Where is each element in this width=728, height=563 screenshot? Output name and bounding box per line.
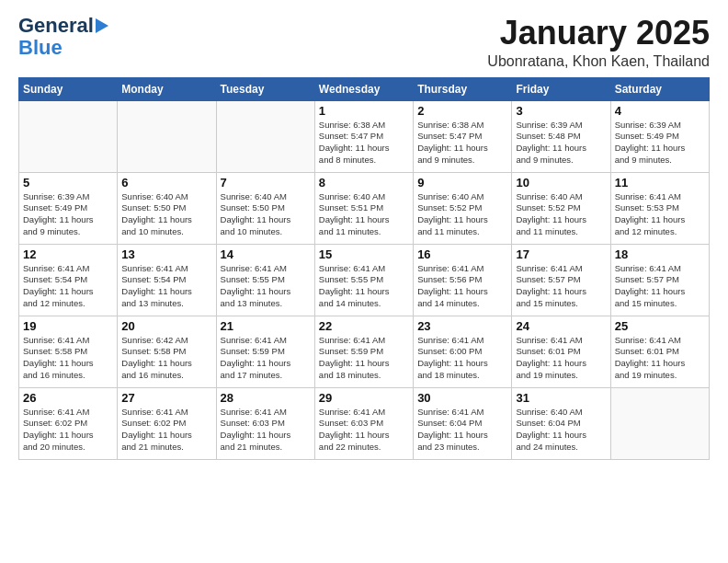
calendar-cell: 11Sunrise: 6:41 AM Sunset: 5:53 PM Dayli… (610, 172, 709, 244)
day-detail: Sunrise: 6:40 AM Sunset: 5:51 PM Dayligh… (319, 191, 409, 238)
day-number: 9 (417, 176, 507, 190)
day-detail: Sunrise: 6:40 AM Sunset: 5:50 PM Dayligh… (221, 191, 311, 238)
weekday-header: Saturday (610, 77, 709, 100)
calendar-week-row: 1Sunrise: 6:38 AM Sunset: 5:47 PM Daylig… (19, 100, 710, 172)
day-number: 6 (121, 176, 211, 190)
calendar-cell: 21Sunrise: 6:41 AM Sunset: 5:59 PM Dayli… (216, 316, 314, 387)
day-detail: Sunrise: 6:41 AM Sunset: 5:55 PM Dayligh… (319, 263, 409, 310)
logo-general: General (18, 15, 94, 37)
day-detail: Sunrise: 6:41 AM Sunset: 6:02 PM Dayligh… (121, 407, 211, 454)
calendar-cell (216, 100, 314, 172)
calendar-cell: 12Sunrise: 6:41 AM Sunset: 5:54 PM Dayli… (19, 244, 118, 316)
calendar-cell: 24Sunrise: 6:41 AM Sunset: 6:01 PM Dayli… (512, 316, 610, 387)
calendar-cell: 19Sunrise: 6:41 AM Sunset: 5:58 PM Dayli… (19, 316, 118, 387)
weekday-header: Sunday (19, 77, 118, 100)
logo: General Blue (18, 15, 108, 59)
calendar-cell: 4Sunrise: 6:39 AM Sunset: 5:49 PM Daylig… (610, 100, 709, 172)
day-number: 25 (615, 319, 705, 333)
calendar-week-row: 19Sunrise: 6:41 AM Sunset: 5:58 PM Dayli… (19, 316, 710, 387)
calendar-week-row: 26Sunrise: 6:41 AM Sunset: 6:02 PM Dayli… (19, 387, 710, 459)
day-detail: Sunrise: 6:40 AM Sunset: 5:52 PM Dayligh… (516, 191, 606, 238)
day-number: 18 (615, 247, 705, 261)
calendar-cell: 14Sunrise: 6:41 AM Sunset: 5:55 PM Dayli… (216, 244, 314, 316)
logo-blue: Blue (18, 37, 63, 59)
day-number: 4 (615, 104, 705, 118)
calendar-week-row: 12Sunrise: 6:41 AM Sunset: 5:54 PM Dayli… (19, 244, 710, 316)
calendar-cell: 25Sunrise: 6:41 AM Sunset: 6:01 PM Dayli… (610, 316, 709, 387)
calendar-cell: 23Sunrise: 6:41 AM Sunset: 6:00 PM Dayli… (414, 316, 512, 387)
calendar-cell (19, 100, 118, 172)
day-detail: Sunrise: 6:41 AM Sunset: 5:57 PM Dayligh… (516, 263, 606, 310)
calendar-cell: 15Sunrise: 6:41 AM Sunset: 5:55 PM Dayli… (314, 244, 413, 316)
day-number: 22 (319, 319, 409, 333)
calendar-cell: 5Sunrise: 6:39 AM Sunset: 5:49 PM Daylig… (19, 172, 118, 244)
calendar-cell (118, 100, 216, 172)
page: General Blue January 2025 Ubonratana, Kh… (0, 0, 728, 563)
calendar-cell: 7Sunrise: 6:40 AM Sunset: 5:50 PM Daylig… (216, 172, 314, 244)
day-number: 17 (516, 247, 606, 261)
day-number: 3 (516, 104, 606, 118)
day-number: 27 (121, 391, 211, 405)
day-detail: Sunrise: 6:39 AM Sunset: 5:49 PM Dayligh… (23, 191, 113, 238)
calendar-cell: 27Sunrise: 6:41 AM Sunset: 6:02 PM Dayli… (118, 387, 216, 459)
day-detail: Sunrise: 6:41 AM Sunset: 5:53 PM Dayligh… (615, 191, 705, 238)
calendar-cell: 26Sunrise: 6:41 AM Sunset: 6:02 PM Dayli… (19, 387, 118, 459)
day-detail: Sunrise: 6:41 AM Sunset: 5:57 PM Dayligh… (615, 263, 705, 310)
day-number: 19 (23, 319, 113, 333)
calendar-cell: 8Sunrise: 6:40 AM Sunset: 5:51 PM Daylig… (314, 172, 413, 244)
day-number: 5 (23, 176, 113, 190)
logo-arrow-icon (96, 18, 108, 33)
calendar-cell: 3Sunrise: 6:39 AM Sunset: 5:48 PM Daylig… (512, 100, 610, 172)
day-number: 1 (319, 104, 409, 118)
calendar-cell: 29Sunrise: 6:41 AM Sunset: 6:03 PM Dayli… (314, 387, 413, 459)
day-number: 16 (417, 247, 507, 261)
header: General Blue January 2025 Ubonratana, Kh… (18, 15, 710, 70)
day-detail: Sunrise: 6:41 AM Sunset: 5:55 PM Dayligh… (221, 263, 311, 310)
calendar-cell: 18Sunrise: 6:41 AM Sunset: 5:57 PM Dayli… (610, 244, 709, 316)
day-detail: Sunrise: 6:41 AM Sunset: 6:02 PM Dayligh… (23, 407, 113, 454)
calendar-cell: 28Sunrise: 6:41 AM Sunset: 6:03 PM Dayli… (216, 387, 314, 459)
day-number: 23 (417, 319, 507, 333)
calendar-cell: 16Sunrise: 6:41 AM Sunset: 5:56 PM Dayli… (414, 244, 512, 316)
day-number: 31 (516, 391, 606, 405)
day-number: 11 (615, 176, 705, 190)
calendar-cell: 17Sunrise: 6:41 AM Sunset: 5:57 PM Dayli… (512, 244, 610, 316)
day-number: 14 (221, 247, 311, 261)
day-detail: Sunrise: 6:40 AM Sunset: 5:50 PM Dayligh… (121, 191, 211, 238)
day-detail: Sunrise: 6:41 AM Sunset: 5:58 PM Dayligh… (23, 335, 113, 382)
calendar-cell: 13Sunrise: 6:41 AM Sunset: 5:54 PM Dayli… (118, 244, 216, 316)
day-detail: Sunrise: 6:40 AM Sunset: 6:04 PM Dayligh… (516, 407, 606, 454)
day-number: 2 (417, 104, 507, 118)
day-number: 7 (221, 176, 311, 190)
calendar-cell: 6Sunrise: 6:40 AM Sunset: 5:50 PM Daylig… (118, 172, 216, 244)
day-detail: Sunrise: 6:41 AM Sunset: 6:00 PM Dayligh… (417, 335, 507, 382)
day-detail: Sunrise: 6:41 AM Sunset: 5:56 PM Dayligh… (417, 263, 507, 310)
calendar-table: SundayMondayTuesdayWednesdayThursdayFrid… (18, 77, 710, 460)
day-detail: Sunrise: 6:39 AM Sunset: 5:49 PM Dayligh… (615, 120, 705, 167)
calendar-cell: 30Sunrise: 6:41 AM Sunset: 6:04 PM Dayli… (414, 387, 512, 459)
day-number: 28 (221, 391, 311, 405)
weekday-header: Monday (118, 77, 216, 100)
calendar-week-row: 5Sunrise: 6:39 AM Sunset: 5:49 PM Daylig… (19, 172, 710, 244)
day-detail: Sunrise: 6:38 AM Sunset: 5:47 PM Dayligh… (417, 120, 507, 167)
calendar-cell: 31Sunrise: 6:40 AM Sunset: 6:04 PM Dayli… (512, 387, 610, 459)
title-area: January 2025 Ubonratana, Khon Kaen, Thai… (487, 15, 710, 70)
day-number: 12 (23, 247, 113, 261)
day-number: 10 (516, 176, 606, 190)
day-detail: Sunrise: 6:41 AM Sunset: 6:01 PM Dayligh… (615, 335, 705, 382)
day-detail: Sunrise: 6:41 AM Sunset: 6:04 PM Dayligh… (417, 407, 507, 454)
day-detail: Sunrise: 6:41 AM Sunset: 6:03 PM Dayligh… (221, 407, 311, 454)
calendar-cell: 2Sunrise: 6:38 AM Sunset: 5:47 PM Daylig… (414, 100, 512, 172)
calendar-cell: 10Sunrise: 6:40 AM Sunset: 5:52 PM Dayli… (512, 172, 610, 244)
weekday-header: Thursday (414, 77, 512, 100)
day-number: 29 (319, 391, 409, 405)
calendar-cell: 22Sunrise: 6:41 AM Sunset: 5:59 PM Dayli… (314, 316, 413, 387)
weekday-header: Wednesday (314, 77, 413, 100)
location: Ubonratana, Khon Kaen, Thailand (487, 53, 710, 70)
day-detail: Sunrise: 6:38 AM Sunset: 5:47 PM Dayligh… (319, 120, 409, 167)
day-number: 15 (319, 247, 409, 261)
day-detail: Sunrise: 6:41 AM Sunset: 5:59 PM Dayligh… (319, 335, 409, 382)
day-detail: Sunrise: 6:41 AM Sunset: 6:01 PM Dayligh… (516, 335, 606, 382)
day-number: 24 (516, 319, 606, 333)
weekday-header: Tuesday (216, 77, 314, 100)
